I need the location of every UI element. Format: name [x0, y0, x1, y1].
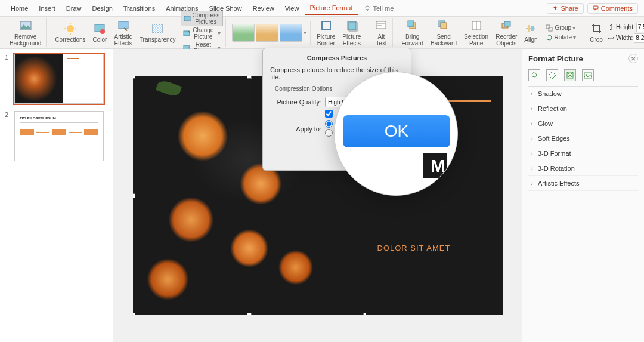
border-label: Picture Border: [317, 33, 335, 47]
thumbnail-1[interactable]: 1 TITLE LOREM IPSUM: [5, 54, 108, 104]
share-button[interactable]: Share: [547, 3, 583, 14]
close-panel-button[interactable]: ✕: [628, 54, 638, 63]
acc-artistic-effects[interactable]: Artistic Effects: [528, 176, 638, 191]
acc-reflection[interactable]: Reflection: [528, 101, 638, 116]
tab-insert[interactable]: Insert: [34, 2, 60, 14]
svg-rect-10: [119, 21, 128, 29]
tab-draw[interactable]: Draw: [61, 2, 86, 14]
tell-me[interactable]: Tell me: [359, 2, 399, 14]
remove-background-button[interactable]: Remove Background: [7, 18, 44, 48]
artistic-label: Artistic Effects: [114, 33, 132, 47]
fill-tab-icon[interactable]: [528, 69, 540, 81]
artistic-effects-button[interactable]: Artistic Effects: [112, 18, 134, 48]
alt-text-button[interactable]: Alt Text: [372, 18, 390, 48]
color-button[interactable]: Color: [91, 21, 110, 44]
selection-pane-button[interactable]: Selection Pane: [462, 18, 491, 48]
picture-border-button[interactable]: Picture Border: [314, 18, 338, 48]
color-label: Color: [93, 36, 107, 43]
tab-picture-format[interactable]: Picture Format: [305, 2, 357, 15]
bring-forward-button[interactable]: Bring Forward: [399, 18, 426, 48]
thumb-number: 2: [5, 111, 11, 161]
picture-styles-gallery[interactable]: ▾: [232, 24, 306, 42]
resize-handle[interactable]: [133, 76, 135, 79]
thumbnail-2[interactable]: 2 TITLE LOREM IPSUM: [5, 111, 108, 161]
height-icon: [608, 24, 615, 31]
reorder-label: Reorder Objects: [496, 33, 517, 47]
tab-home[interactable]: Home: [6, 2, 33, 14]
delete-cropped-checkbox[interactable]: [325, 110, 333, 118]
apply-all-radio[interactable]: [325, 120, 333, 128]
selpane-label: Selection Pane: [464, 33, 488, 47]
selection-pane-icon: [470, 19, 483, 32]
picture-effects-button[interactable]: Picture Effects: [340, 18, 363, 48]
corrections-button[interactable]: Corrections: [52, 21, 88, 44]
resize-handle[interactable]: [247, 76, 252, 79]
crop-icon: [590, 22, 603, 35]
reorder-objects-button[interactable]: Reorder Objects: [493, 18, 519, 48]
chevron-down-icon[interactable]: ▾: [304, 29, 306, 36]
style-option-1[interactable]: [232, 24, 255, 42]
bulb-icon: [364, 5, 371, 12]
comments-button[interactable]: Comments: [587, 3, 638, 14]
compress-pictures-button[interactable]: Compress Pictures: [181, 11, 224, 26]
rotate-button[interactable]: Rotate▾: [543, 33, 578, 42]
svg-marker-41: [549, 72, 556, 79]
tab-design[interactable]: Design: [88, 2, 117, 14]
dialog-group-label: Compression Options: [275, 85, 332, 92]
acc-3d-format[interactable]: 3-D Format: [528, 146, 638, 161]
share-label: Share: [561, 5, 578, 12]
align-icon: [524, 22, 537, 35]
border-icon: [320, 19, 333, 32]
acc-3d-rotation[interactable]: 3-D Rotation: [528, 161, 638, 176]
picture-tab-icon[interactable]: [582, 69, 594, 81]
panel-tabs: [528, 69, 638, 81]
effects-tab-icon[interactable]: [546, 69, 558, 81]
artistic-icon: [117, 19, 130, 32]
height-label: Height:: [616, 24, 635, 30]
apply-to-label: Apply to:: [275, 125, 321, 133]
slide-subtitle[interactable]: DOLOR SIT AMET: [377, 244, 451, 252]
width-label: Width:: [616, 35, 633, 41]
style-option-2[interactable]: [256, 24, 278, 42]
acc-glow[interactable]: Glow: [528, 116, 638, 131]
reorder-icon: [500, 19, 513, 32]
change-picture-button[interactable]: Change Picture▾: [181, 26, 224, 41]
comments-label: Comments: [601, 5, 633, 12]
svg-rect-15: [184, 16, 190, 21]
height-input[interactable]: [636, 23, 644, 32]
magnifier-overlay: OK M: [334, 72, 458, 196]
acc-shadow[interactable]: Shadow: [528, 87, 638, 101]
resize-handle[interactable]: [133, 313, 135, 315]
width-row: Width:▲▼: [608, 33, 644, 44]
crop-button[interactable]: Crop: [587, 21, 605, 44]
width-input[interactable]: [634, 33, 644, 43]
svg-rect-35: [531, 26, 534, 31]
send-backward-icon: [437, 19, 450, 32]
bring-label: Bring Forward: [401, 33, 423, 47]
resize-handle[interactable]: [133, 193, 135, 198]
acc-soft-edges[interactable]: Soft Edges: [528, 131, 638, 146]
tab-review[interactable]: Review: [248, 2, 279, 14]
chevron-down-icon: ▾: [218, 30, 221, 36]
apply-selected-radio[interactable]: [325, 129, 333, 137]
group-button[interactable]: Group▾: [543, 23, 578, 33]
transparency-button[interactable]: Transparency: [137, 21, 178, 44]
comment-icon: [593, 5, 599, 11]
svg-rect-32: [504, 21, 510, 26]
align-button[interactable]: Align: [522, 21, 540, 44]
style-option-3[interactable]: [280, 24, 302, 42]
transparency-icon: [151, 22, 164, 35]
change-picture-icon: [183, 29, 190, 38]
send-backward-button[interactable]: Send Backward: [428, 18, 459, 48]
color-icon: [93, 22, 106, 35]
resize-handle[interactable]: [247, 313, 252, 315]
width-icon: [608, 35, 615, 42]
size-tab-icon[interactable]: [564, 69, 576, 81]
svg-rect-19: [322, 21, 330, 30]
slide-thumbnails: 1 TITLE LOREM IPSUM 2 TITLE LOREM IPSUM: [0, 49, 113, 342]
bring-forward-icon: [406, 19, 419, 32]
tab-view[interactable]: View: [280, 2, 304, 14]
tab-transitions[interactable]: Transitions: [119, 2, 160, 14]
panel-accordion: Shadow Reflection Glow Soft Edges 3-D Fo…: [528, 86, 638, 191]
ok-button[interactable]: OK: [343, 115, 450, 147]
